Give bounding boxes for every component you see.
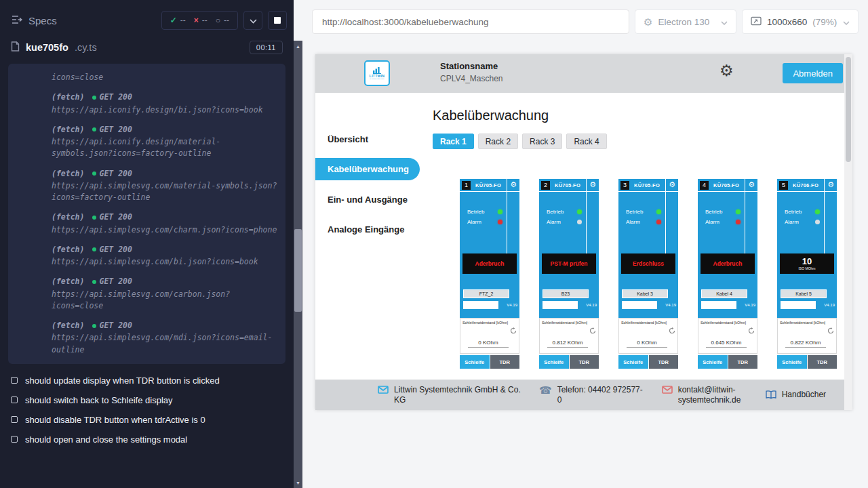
tdr-button[interactable]: TDR bbox=[649, 355, 679, 369]
collapse-button[interactable] bbox=[243, 11, 262, 30]
tab-rack-2[interactable]: Rack 2 bbox=[478, 134, 518, 149]
alarm-label: Alarm bbox=[785, 219, 799, 225]
display-window bbox=[542, 301, 578, 309]
alarm-led bbox=[815, 220, 820, 224]
alarm-led bbox=[736, 220, 741, 224]
status-subtext: ISO MOhm bbox=[798, 266, 815, 270]
scroll-down-icon[interactable]: ▼ bbox=[294, 477, 302, 488]
status-display: Aderbruch bbox=[462, 253, 517, 274]
spec-file-row[interactable]: kue705fo.cy.ts 00:11 bbox=[0, 35, 294, 61]
viewport-icon bbox=[751, 16, 762, 28]
cable-name: Kabel 3 bbox=[622, 289, 668, 298]
status-dot-icon bbox=[92, 127, 96, 131]
log-entry[interactable]: (fetch)GET 200 https://api.simplesvg.com… bbox=[52, 244, 279, 268]
log-url: https://api.simplesvg.com/material-symbo… bbox=[52, 180, 279, 204]
status-dot-icon bbox=[92, 247, 96, 251]
log-entry[interactable]: (fetch)GET 200 https://api.iconify.desig… bbox=[52, 124, 279, 160]
device-model: KÜ705-FO bbox=[629, 182, 665, 188]
sidebar-item-ein-und-ausgaenge[interactable]: Ein- und Ausgänge bbox=[315, 186, 420, 213]
logout-button[interactable]: Abmelden bbox=[783, 63, 843, 83]
browser-bar: ⚙ Electron 130 1000x660 (79%) bbox=[312, 9, 859, 34]
log-status: GET 200 bbox=[99, 168, 132, 180]
log-url: https://api.simplesvg.com/mdi.json?icons… bbox=[52, 332, 279, 356]
refresh-icon[interactable] bbox=[669, 327, 675, 334]
log-url: https://api.simplesvg.com/carbon.json?ic… bbox=[52, 289, 279, 312]
device-model: KÜ705-FO bbox=[709, 182, 744, 188]
test-list: should update display when TDR button is… bbox=[0, 371, 294, 449]
status-text: 10 bbox=[802, 257, 812, 266]
settings-gear-icon[interactable]: ⚙ bbox=[719, 63, 734, 79]
refresh-icon[interactable] bbox=[748, 327, 755, 334]
app-under-test: LITTWIN SYSTEMTECHNIK Stationsname CPLV4… bbox=[315, 54, 852, 410]
viewport-size: 1000x660 bbox=[767, 17, 807, 27]
tab-rack-1[interactable]: Rack 1 bbox=[433, 134, 474, 149]
tab-rack-3[interactable]: Rack 3 bbox=[522, 134, 562, 149]
scroll-up-icon[interactable]: ▲ bbox=[294, 41, 302, 52]
tdr-button[interactable]: TDR bbox=[728, 355, 758, 369]
viewport-selector[interactable]: 1000x660 (79%) bbox=[742, 9, 859, 34]
status-dot-icon bbox=[92, 171, 96, 176]
log-entry[interactable]: (fetch)GET 200 https://api.simplesvg.com… bbox=[52, 211, 279, 236]
url-input[interactable] bbox=[312, 9, 629, 34]
scrollbar-thumb[interactable] bbox=[846, 57, 851, 162]
browser-name: Electron 130 bbox=[658, 17, 709, 27]
device-settings-icon[interactable]: ⚙ bbox=[669, 181, 675, 188]
footer-email[interactable]: kontakt@littwin-systemtechnik.de bbox=[662, 385, 749, 405]
refresh-icon[interactable] bbox=[510, 327, 517, 334]
betrieb-label: Betrieb bbox=[467, 209, 484, 215]
schleife-button[interactable]: Schleife bbox=[618, 355, 648, 369]
device-card: 2KÜ705-FO ⚙ Betrieb Alarm PST-M prüfen bbox=[539, 179, 599, 369]
schleife-button[interactable]: Schleife bbox=[777, 355, 807, 369]
test-item[interactable]: should switch back to Schleife display bbox=[11, 390, 283, 410]
tdr-button[interactable]: TDR bbox=[490, 355, 520, 369]
log-entry[interactable]: (fetch)GET 200 https://api.iconify.desig… bbox=[52, 92, 279, 116]
measurement-value: 0.645 KOhm bbox=[706, 340, 747, 348]
device-settings-icon[interactable]: ⚙ bbox=[827, 181, 834, 188]
chevron-down-icon bbox=[843, 17, 850, 27]
refresh-icon[interactable] bbox=[827, 327, 834, 334]
measurement-label: Schleifenwiderstand [kOhm] bbox=[698, 319, 757, 325]
sidebar-item-kabelueberwachung[interactable]: Kabelüberwachung bbox=[315, 158, 420, 180]
refresh-icon[interactable] bbox=[589, 327, 596, 334]
device-number: 1 bbox=[462, 181, 471, 190]
footer-company-text: Littwin Systemtechnik GmbH & Co. KG bbox=[394, 385, 523, 405]
footer-manuals[interactable]: Handbücher bbox=[766, 390, 826, 400]
schleife-button[interactable]: Schleife bbox=[698, 355, 728, 369]
device-settings-icon[interactable]: ⚙ bbox=[748, 181, 755, 188]
log-entry[interactable]: (fetch)GET 200 https://api.simplesvg.com… bbox=[52, 168, 279, 204]
alarm-led bbox=[656, 220, 661, 224]
sidebar-item-analoge-eingaenge[interactable]: Analoge Eingänge bbox=[315, 216, 420, 243]
device-settings-icon[interactable]: ⚙ bbox=[589, 181, 596, 188]
log-method: (fetch) bbox=[52, 320, 84, 331]
scrollbar-thumb[interactable] bbox=[294, 229, 302, 312]
betrieb-label: Betrieb bbox=[547, 209, 564, 215]
sidebar-item-uebersicht[interactable]: Übersicht bbox=[315, 125, 420, 152]
tdr-button[interactable]: TDR bbox=[570, 355, 599, 369]
browser-icon: ⚙ bbox=[644, 17, 652, 27]
status-text: Aderbruch bbox=[475, 260, 505, 267]
device-settings-icon[interactable]: ⚙ bbox=[510, 181, 517, 188]
specs-toggle-button[interactable]: Specs bbox=[11, 15, 57, 26]
browser-selector[interactable]: ⚙ Electron 130 bbox=[635, 9, 736, 34]
schleife-button[interactable]: Schleife bbox=[460, 355, 490, 369]
stop-button[interactable] bbox=[268, 11, 287, 30]
log-entry[interactable]: icons=close bbox=[52, 72, 279, 83]
test-item[interactable]: should open and close the settings modal bbox=[11, 430, 283, 449]
test-item[interactable]: should disable TDR button when tdrActive… bbox=[11, 410, 283, 430]
status-dot-icon bbox=[92, 96, 96, 100]
firmware-version: V4.19 bbox=[745, 303, 755, 307]
display-window bbox=[701, 301, 736, 309]
log-entry[interactable]: (fetch)GET 200 https://api.simplesvg.com… bbox=[52, 320, 279, 356]
betrieb-led bbox=[577, 209, 582, 214]
tab-rack-4[interactable]: Rack 4 bbox=[566, 134, 606, 149]
reporter-scrollbar[interactable]: ▲ ▼ bbox=[294, 41, 302, 488]
test-item[interactable]: should update display when TDR button is… bbox=[11, 371, 283, 390]
tdr-button[interactable]: TDR bbox=[808, 355, 837, 369]
schleife-button[interactable]: Schleife bbox=[539, 355, 569, 369]
log-method: (fetch) bbox=[52, 92, 84, 103]
app-scrollbar[interactable] bbox=[844, 54, 852, 410]
log-entry[interactable]: (fetch)GET 200 https://api.simplesvg.com… bbox=[52, 276, 279, 312]
firmware-version: V4.19 bbox=[507, 303, 517, 307]
status-dot-icon bbox=[92, 216, 96, 220]
device-panel-strip bbox=[745, 179, 757, 253]
